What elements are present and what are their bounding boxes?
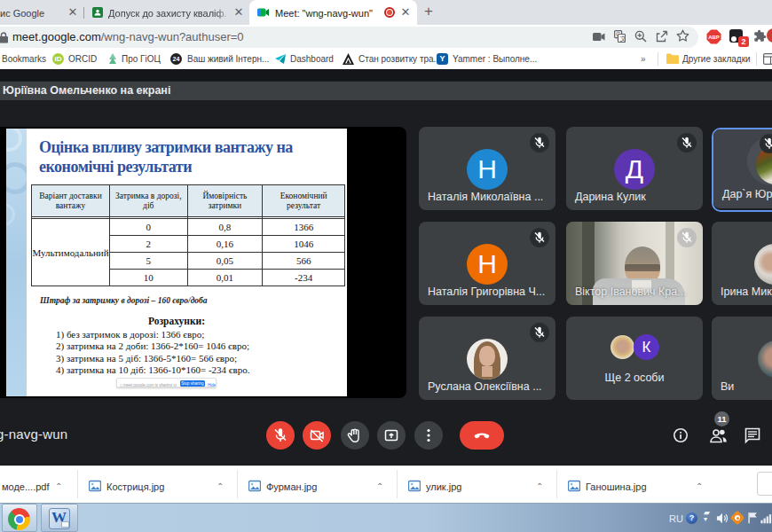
svg-text:ABP: ABP <box>708 35 720 40</box>
svg-text:文: 文 <box>619 35 626 43</box>
